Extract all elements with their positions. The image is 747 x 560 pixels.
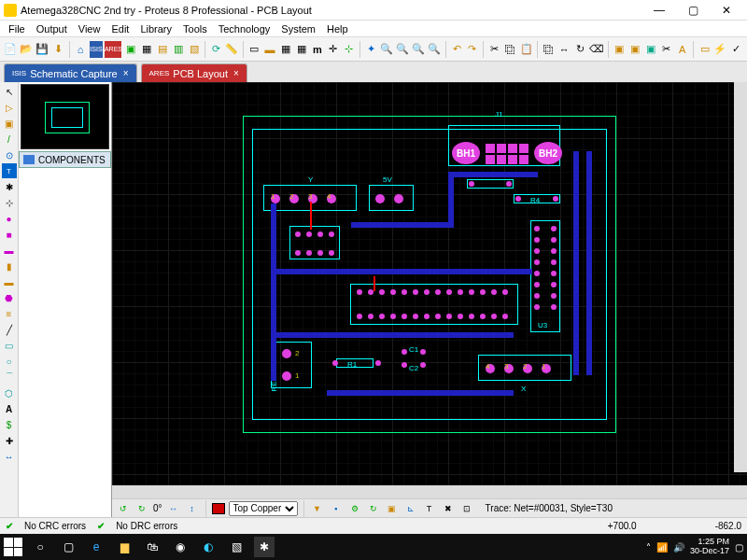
menu-edit[interactable]: Edit [106,23,134,35]
doc-button[interactable]: ▥ [171,41,185,58]
tab-pcb-close[interactable]: × [233,68,239,78]
zoom-all-button[interactable]: 🔍 [412,41,426,58]
start-button[interactable] [4,538,22,556]
connectivity-button[interactable]: ✓ [729,41,743,58]
selection-tool[interactable]: ↖ [2,84,17,99]
filter-button[interactable]: ▼ [310,501,325,516]
ruler-button[interactable]: 📏 [225,41,239,58]
snap-button[interactable]: ▦ [294,41,308,58]
menu-file[interactable]: File [4,23,30,35]
refresh-button[interactable]: ⟳ [209,41,223,58]
dil-pad-tool[interactable]: ▬ [2,243,17,258]
ratsnest-tool[interactable]: ✱ [2,179,17,194]
gerber-button[interactable]: ▦ [139,41,153,58]
horizontal-scrollbar[interactable] [112,485,747,498]
vertical-scrollbar[interactable] [734,82,747,472]
round-pad-tool[interactable]: ● [2,211,17,226]
notifications-icon[interactable]: ▢ [735,542,743,553]
rotate-cw-button[interactable]: ↻ [134,501,149,516]
zoom-in-button[interactable]: 🔍 [380,41,394,58]
autoname-button[interactable]: A [675,41,689,58]
undo-button[interactable]: ↶ [450,41,464,58]
auto-via-button[interactable]: ⊡ [459,501,474,516]
center-button[interactable]: ✦ [364,41,378,58]
arc-tool[interactable]: ⌒ [2,370,17,385]
coords-button[interactable]: ⊹ [342,41,356,58]
zoom-out-button[interactable]: 🔍 [396,41,410,58]
package-tool[interactable]: ▣ [2,116,17,131]
square-pad-tool[interactable]: ■ [2,227,17,242]
edge-pad-tool[interactable]: ▮ [2,259,17,273]
paste-button[interactable]: 📋 [519,41,533,58]
zoom-area-button[interactable]: 🔍 [428,41,442,58]
trace-style-button[interactable]: ✖ [441,501,456,516]
block-button[interactable]: ▭ [247,41,261,58]
ares-button[interactable]: ARES [105,41,121,58]
line-tool[interactable]: ╱ [2,322,17,337]
circle-tool[interactable]: ○ [2,354,17,369]
menu-help[interactable]: Help [322,23,353,35]
connectivity-tool[interactable]: ⊹ [2,195,17,210]
block-rotate-button[interactable]: ↻ [573,41,587,58]
box-tool[interactable]: ▭ [2,338,17,353]
decompose-button[interactable]: ✂ [659,41,673,58]
reroute-button[interactable]: ↻ [366,501,381,516]
tray-chevron[interactable]: ˄ [646,542,651,553]
open-button[interactable]: 📂 [20,41,34,58]
tab-pcb[interactable]: ARES PCB Layout × [141,63,247,82]
grid-button[interactable]: ▦ [279,41,293,58]
via-tool[interactable]: ⊙ [2,147,17,162]
pick-button[interactable]: ▣ [613,41,627,58]
explorer-button[interactable]: ▧ [187,41,201,58]
flip-v-button[interactable]: ↕ [185,501,200,516]
tab-schematic[interactable]: ISIS Schematic Capture × [4,63,137,82]
rotate-ccw-button[interactable]: ↺ [116,501,131,516]
drc-button[interactable]: ▣ [385,501,400,516]
explorer-icon[interactable]: ▆ [114,537,134,557]
import-button[interactable]: ⬇ [51,41,65,58]
neckdown-button[interactable]: T [422,501,437,516]
maximize-button[interactable]: ▢ [676,1,710,20]
autoroute-button[interactable]: ⚡ [713,41,727,58]
track-tool[interactable]: / [2,132,17,147]
edge-icon[interactable]: e [86,537,106,557]
task-view-button[interactable]: ▢ [58,537,78,557]
symbol-tool[interactable]: $ [2,417,17,432]
component-tool[interactable]: ▷ [2,100,17,115]
smt-pad-tool[interactable]: ▬ [2,274,17,289]
layer-selector[interactable]: Top Copper [229,501,298,516]
proteus-taskbar-icon[interactable]: ✱ [254,537,275,557]
make-button[interactable]: ▣ [628,41,642,58]
block-delete-button[interactable]: ⌫ [589,41,604,58]
bom-button[interactable]: ▤ [155,41,169,58]
cut-button[interactable]: ✂ [487,41,501,58]
tab-schematic-close[interactable]: × [123,68,129,78]
bittorrent-icon[interactable]: ◐ [198,537,218,557]
flip-h-button[interactable]: ↔ [166,501,181,516]
origin-button[interactable]: ✛ [326,41,340,58]
chrome-icon[interactable]: ◉ [170,537,190,557]
minimize-button[interactable]: — [642,1,676,20]
block-move-button[interactable]: ↔ [557,41,571,58]
store-icon[interactable]: 🛍 [142,537,162,557]
components-header[interactable]: COMPONENTS [19,151,111,168]
components-list[interactable] [19,168,111,517]
block-copy-button[interactable]: ⿻ [542,41,556,58]
cortana-button[interactable]: ○ [30,537,50,557]
menu-library[interactable]: Library [135,23,176,35]
path-tool[interactable]: ⬡ [2,385,17,400]
package-button[interactable]: ▣ [643,41,657,58]
overview-thumbnail[interactable] [21,84,109,149]
new-button[interactable]: 📄 [4,41,18,58]
metric-button[interactable]: m [310,41,324,58]
poly-pad-tool[interactable]: ⬣ [2,290,17,305]
zone-tool[interactable]: T [2,163,17,178]
trace-angle-button[interactable]: ⊾ [403,501,418,516]
menu-output[interactable]: Output [32,23,72,35]
menu-tools[interactable]: Tools [178,23,212,35]
clock[interactable]: 1:25 PM 30-Dec-17 [690,538,729,556]
isis-button[interactable]: ISIS [90,41,104,58]
menu-system[interactable]: System [276,23,320,35]
padstack-tool[interactable]: ≡ [2,306,17,321]
home-button[interactable]: ⌂ [74,41,88,58]
